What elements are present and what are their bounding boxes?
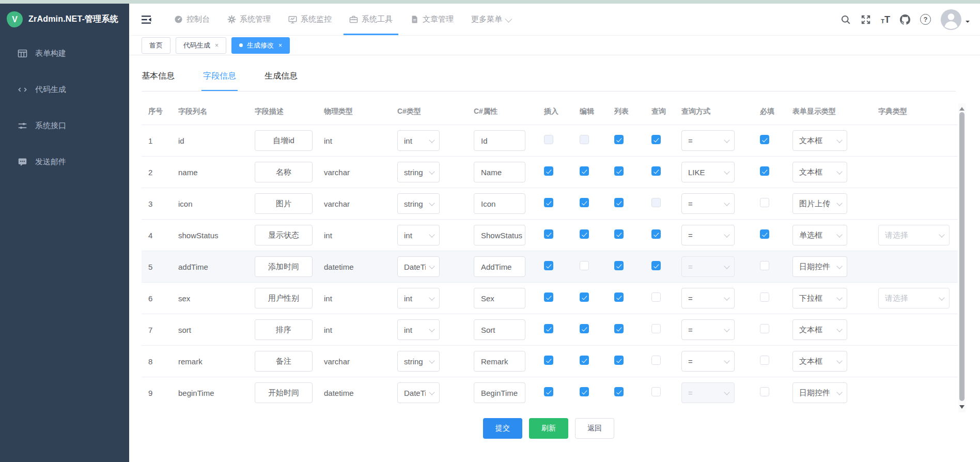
sidebar-item-表单构建[interactable]: 表单构建 (0, 35, 129, 71)
tab-生成信息[interactable]: 生成信息 (265, 71, 298, 91)
list-checkbox-checked[interactable] (614, 135, 624, 144)
insert-checkbox-checked[interactable] (544, 198, 553, 207)
display-type-select[interactable]: 图片上传 (792, 193, 847, 214)
display-type-select[interactable]: 文本框 (792, 351, 847, 372)
field-description-input[interactable]: 开始时间 (255, 382, 313, 403)
user-avatar[interactable] (941, 9, 970, 30)
fullscreen-icon[interactable] (861, 14, 871, 25)
list-checkbox-checked[interactable] (614, 356, 624, 365)
edit-checkbox-checked[interactable] (580, 387, 589, 396)
topnav-item-更多菜单[interactable]: 更多菜单 (462, 4, 519, 35)
query-type-select[interactable]: LIKE (681, 162, 735, 182)
required-checkbox-checked[interactable] (760, 229, 769, 239)
csharp-type-select[interactable]: DateTime (397, 256, 440, 277)
field-description-input[interactable]: 显示状态 (255, 225, 313, 245)
font-size-icon[interactable]: TT (881, 15, 890, 24)
topnav-item-系统工具[interactable]: 系统工具 (340, 4, 401, 35)
field-description-input[interactable]: 图片 (255, 193, 313, 214)
page-tab-首页[interactable]: 首页 (142, 37, 170, 54)
required-checkbox[interactable] (760, 387, 769, 396)
scrollbar-up-arrow[interactable] (959, 104, 965, 111)
required-checkbox[interactable] (760, 292, 769, 302)
csharp-type-select[interactable]: string (397, 351, 440, 372)
csharp-property-input[interactable]: Id (474, 130, 525, 151)
csharp-property-input[interactable]: Icon (474, 193, 525, 214)
query-type-select[interactable]: = (681, 193, 735, 214)
insert-checkbox-checked[interactable] (544, 324, 553, 333)
display-type-select[interactable]: 日期控件 (792, 256, 847, 277)
topnav-item-文章管理[interactable]: 文章管理 (401, 4, 462, 35)
insert-checkbox-checked[interactable] (544, 261, 553, 270)
query-checkbox-checked[interactable] (651, 135, 661, 144)
list-checkbox-checked[interactable] (614, 261, 624, 270)
github-icon[interactable] (900, 14, 910, 25)
csharp-property-input[interactable]: Sort (474, 319, 525, 340)
insert-checkbox-checked[interactable] (544, 356, 553, 365)
required-checkbox[interactable] (760, 198, 769, 207)
query-checkbox-checked[interactable] (651, 229, 661, 239)
query-type-select[interactable]: = (681, 130, 735, 151)
field-description-input[interactable]: 名称 (255, 162, 313, 182)
list-checkbox-checked[interactable] (614, 324, 624, 333)
csharp-type-select[interactable]: string (397, 193, 440, 214)
csharp-property-input[interactable]: AddTime (474, 256, 525, 277)
insert-checkbox-checked[interactable] (544, 229, 553, 239)
sidebar-item-发送邮件[interactable]: 发送邮件 (0, 144, 129, 180)
csharp-type-select[interactable]: int (397, 130, 440, 151)
insert-checkbox-checked[interactable] (544, 166, 553, 176)
query-type-select[interactable]: = (681, 225, 735, 245)
sidebar-item-系统接口[interactable]: 系统接口 (0, 107, 129, 144)
required-checkbox[interactable] (760, 261, 769, 270)
list-checkbox-checked[interactable] (614, 229, 624, 239)
help-icon[interactable]: ? (920, 14, 931, 25)
scrollbar-down-arrow[interactable] (959, 405, 965, 411)
submit-button[interactable]: 提交 (483, 418, 522, 439)
edit-checkbox-checked[interactable] (580, 229, 589, 239)
query-type-select[interactable]: = (681, 319, 735, 340)
display-type-select[interactable]: 下拉框 (792, 288, 847, 309)
required-checkbox[interactable] (760, 356, 769, 365)
csharp-type-select[interactable]: int (397, 288, 440, 309)
close-icon[interactable]: × (278, 42, 282, 49)
field-description-input[interactable]: 排序 (255, 319, 313, 340)
query-type-select[interactable]: = (681, 288, 735, 309)
field-description-input[interactable]: 用户性别 (255, 288, 313, 309)
edit-checkbox-checked[interactable] (580, 166, 589, 176)
dict-type-select[interactable]: 请选择 (878, 225, 950, 245)
insert-checkbox-checked[interactable] (544, 292, 553, 302)
tab-字段信息[interactable]: 字段信息 (203, 71, 236, 91)
display-type-select[interactable]: 单选框 (792, 225, 847, 245)
tab-基本信息[interactable]: 基本信息 (142, 71, 175, 91)
query-checkbox[interactable] (651, 292, 661, 302)
list-checkbox-checked[interactable] (614, 387, 624, 396)
csharp-property-input[interactable]: BeginTime (474, 382, 525, 403)
display-type-select[interactable]: 文本框 (792, 130, 847, 151)
app-logo-row[interactable]: V ZrAdmin.NET-管理系统 (0, 4, 129, 35)
query-checkbox[interactable] (651, 324, 661, 333)
edit-checkbox-checked[interactable] (580, 324, 589, 333)
edit-checkbox-checked[interactable] (580, 198, 589, 207)
dict-type-select[interactable]: 请选择 (878, 288, 950, 309)
topnav-item-系统管理[interactable]: 系统管理 (219, 4, 279, 35)
display-type-select[interactable]: 日期控件 (792, 382, 847, 403)
vertical-scrollbar[interactable] (958, 103, 966, 412)
csharp-property-input[interactable]: Name (474, 162, 525, 182)
field-description-input[interactable]: 备注 (255, 351, 313, 372)
page-tab-生成修改[interactable]: 生成修改× (231, 37, 290, 54)
topnav-item-控制台[interactable]: 控制台 (165, 4, 219, 35)
field-description-input[interactable]: 添加时间 (255, 256, 313, 277)
query-checkbox[interactable] (651, 387, 661, 396)
refresh-button[interactable]: 刷新 (529, 418, 568, 439)
query-type-select[interactable]: = (681, 351, 735, 372)
back-button[interactable]: 返回 (575, 418, 614, 439)
search-icon[interactable] (841, 14, 851, 25)
required-checkbox[interactable] (760, 324, 769, 333)
csharp-type-select[interactable]: DateTime (397, 382, 440, 403)
scrollbar-thumb[interactable] (959, 112, 965, 401)
list-checkbox-checked[interactable] (614, 292, 624, 302)
sidebar-fold-icon[interactable] (141, 13, 153, 26)
display-type-select[interactable]: 文本框 (792, 162, 847, 182)
display-type-select[interactable]: 文本框 (792, 319, 847, 340)
close-icon[interactable]: × (215, 42, 219, 49)
csharp-property-input[interactable]: Sex (474, 288, 525, 309)
